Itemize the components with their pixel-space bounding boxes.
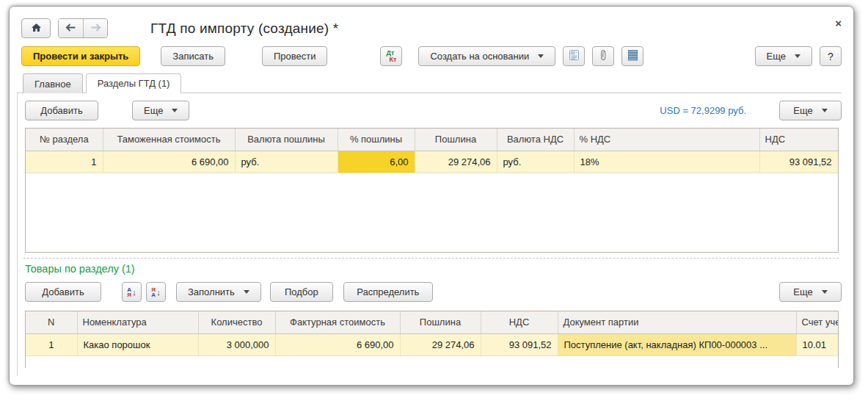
paperclip-icon (599, 49, 607, 63)
page-title: ГТД по импорту (создание) * (150, 21, 338, 37)
fill-button[interactable]: Заполнить (176, 282, 261, 302)
column-header[interactable]: Пошлина (415, 129, 497, 151)
post-button[interactable]: Провести (262, 46, 328, 66)
sections-more-left-button[interactable]: Еще (132, 101, 189, 120)
chevron-down-icon (822, 109, 828, 112)
column-header[interactable]: Валюта НДС (497, 129, 574, 151)
more-label: Еще (144, 105, 163, 116)
column-header[interactable]: Пошлина (400, 311, 481, 333)
column-header[interactable]: Таможенная стоимость (103, 129, 235, 151)
more-label: Еще (767, 51, 786, 62)
table-row[interactable]: 1 Какао порошок 3 000,000 6 690,00 29 27… (26, 333, 838, 355)
goods-add-button[interactable]: Добавить (25, 282, 101, 302)
home-icon (31, 23, 42, 35)
column-header[interactable]: Фактурная стоимость (275, 311, 400, 333)
cell-invoice-value[interactable]: 6 690,00 (275, 333, 400, 355)
more-label: Еще (793, 286, 812, 297)
register-icon (628, 50, 638, 63)
dtkt-icon: ДтКт (386, 50, 396, 63)
cell-duty[interactable]: 29 274,06 (415, 151, 497, 173)
distribute-button[interactable]: Распределить (343, 282, 433, 302)
goods-more-button[interactable]: Еще (779, 282, 842, 302)
goods-toolbar: Добавить А Я ↓ Я А ↓ Заполнить (23, 275, 842, 309)
cell-vat-percent[interactable]: 18% (574, 151, 759, 173)
column-header[interactable]: Валюта пошлины (235, 129, 338, 151)
chevron-down-icon (795, 54, 800, 58)
home-button[interactable] (21, 18, 51, 38)
cell-account[interactable]: 10.01 (796, 333, 838, 355)
history-nav-group (58, 18, 108, 38)
cell-quantity[interactable]: 3 000,000 (198, 333, 275, 355)
cell-customs-value[interactable]: 6 690,00 (103, 151, 235, 173)
goods-table[interactable]: N Номенклатура Количество Фактурная стои… (25, 311, 839, 368)
main-toolbar: Провести и закрыть Записать Провести ДтК… (10, 45, 853, 73)
chevron-down-icon (244, 290, 249, 294)
splitter-handle[interactable] (23, 258, 839, 259)
column-header[interactable]: НДС (481, 311, 558, 333)
pick-button[interactable]: Подбор (270, 282, 333, 302)
cell-vat-currency[interactable]: руб. (497, 151, 574, 173)
sections-table-header-row: № раздела Таможенная стоимость Валюта по… (26, 129, 838, 151)
currency-rate-link[interactable]: USD = 72,9299 руб. (660, 105, 746, 116)
column-header[interactable]: № раздела (26, 129, 103, 151)
column-header[interactable]: НДС (759, 129, 838, 151)
cell-duty-percent[interactable]: 6,00 (338, 151, 415, 173)
dtkt-postings-button[interactable]: ДтКт (380, 46, 402, 66)
chevron-down-icon (538, 54, 544, 58)
column-header[interactable]: % НДС (574, 129, 759, 151)
back-button[interactable] (59, 19, 83, 37)
cell-vat[interactable]: 93 091,52 (481, 333, 558, 355)
sections-panel: Добавить Еще USD = 72,9299 руб. Еще (17, 93, 842, 376)
create-based-on-button[interactable]: Создать на основании (418, 46, 555, 66)
sort-descending-icon: Я А (151, 287, 156, 297)
cell-line-number[interactable]: 1 (26, 333, 77, 355)
table-row[interactable]: 1 6 690,00 руб. 6,00 29 274,06 руб. 18% … (26, 151, 838, 173)
close-icon[interactable]: × (835, 18, 842, 29)
column-header[interactable]: Количество (198, 311, 275, 333)
arrow-down-icon: ↓ (132, 288, 136, 297)
register-records-button[interactable] (621, 46, 643, 66)
column-header[interactable]: Документ партии (558, 311, 796, 333)
sort-ascending-icon: А Я (127, 287, 131, 297)
tab-bar: Главное Разделы ГТД (1) (17, 73, 842, 93)
post-and-close-button[interactable]: Провести и закрыть (21, 46, 140, 66)
chevron-down-icon (822, 290, 828, 294)
arrow-left-icon (65, 23, 76, 34)
goods-table-header-row: N Номенклатура Количество Фактурная стои… (26, 311, 838, 333)
write-button[interactable]: Записать (161, 46, 225, 66)
column-header[interactable]: Номенклатура (77, 311, 198, 333)
document-icon (569, 49, 580, 63)
more-label: Еще (793, 105, 812, 116)
create-based-on-label: Создать на основании (430, 51, 529, 62)
sections-toolbar: Добавить Еще USD = 72,9299 руб. Еще (23, 93, 842, 128)
cell-section-number[interactable]: 1 (26, 151, 103, 173)
title-bar: ГТД по импорту (создание) * × (10, 7, 853, 45)
sort-ascending-button[interactable]: А Я ↓ (122, 282, 142, 302)
more-button-top[interactable]: Еще (755, 46, 812, 66)
sections-table[interactable]: № раздела Таможенная стоимость Валюта по… (25, 128, 839, 253)
cell-duty[interactable]: 29 274,06 (400, 333, 481, 355)
fill-label: Заполнить (188, 286, 235, 297)
print-form-button[interactable] (563, 46, 585, 66)
document-window: ГТД по импорту (создание) * × Провести и… (9, 6, 854, 386)
column-header[interactable]: N (26, 311, 77, 333)
cell-vat[interactable]: 93 091,52 (759, 151, 838, 173)
arrow-right-icon (90, 23, 101, 34)
cell-item[interactable]: Какао порошок (77, 333, 198, 355)
help-button[interactable]: ? (820, 46, 842, 66)
attachments-button[interactable] (592, 46, 614, 66)
cell-duty-currency[interactable]: руб. (235, 151, 338, 173)
sections-more-right-button[interactable]: Еще (779, 101, 842, 120)
chevron-down-icon (172, 109, 178, 112)
cell-batch-document[interactable]: Поступление (акт, накладная) КП00-000003… (558, 333, 796, 355)
column-header[interactable]: % пошлины (338, 129, 415, 151)
sort-descending-button[interactable]: Я А ↓ (146, 282, 166, 302)
column-header[interactable]: Счет уче (796, 311, 838, 333)
forward-button[interactable] (83, 19, 107, 37)
arrow-down-icon: ↓ (156, 288, 161, 297)
tab-sections[interactable]: Разделы ГТД (1) (86, 73, 182, 93)
sections-add-button[interactable]: Добавить (25, 101, 98, 120)
tab-main[interactable]: Главное (23, 73, 83, 93)
goods-section-title: Товары по разделу (1) (25, 263, 842, 275)
